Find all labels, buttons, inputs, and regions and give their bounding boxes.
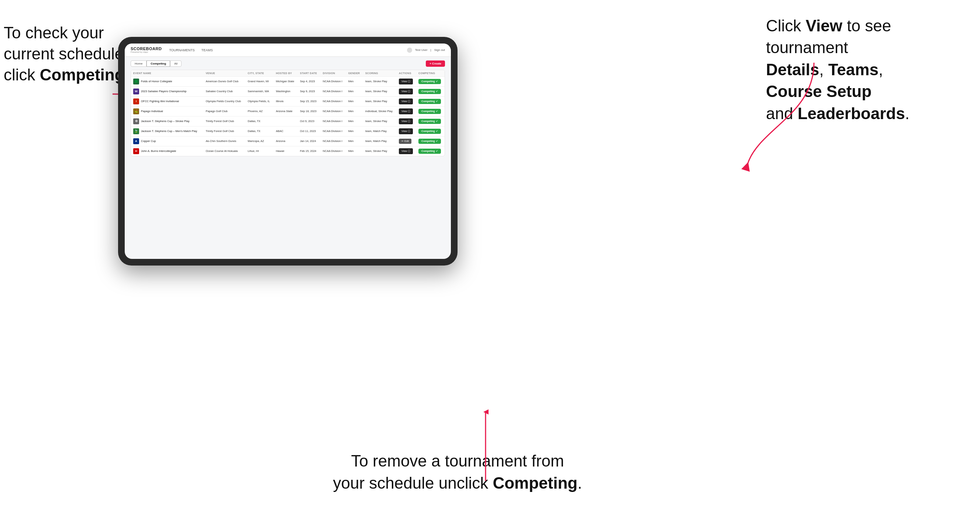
nav-tournaments[interactable]: TOURNAMENTS: [169, 47, 194, 54]
date-cell: Sep 18, 2023: [298, 106, 321, 116]
city-cell: Lihue, HI: [245, 146, 274, 156]
division-cell: NCAA Division I: [321, 97, 346, 106]
user-name: Test User: [415, 48, 428, 52]
col-hosted: HOSTED BY: [274, 70, 298, 77]
col-city: CITY, STATE: [245, 70, 274, 77]
competing-cell[interactable]: Competing ✓: [416, 77, 445, 87]
scoring-cell: team, Stroke Play: [363, 97, 397, 106]
action-cell[interactable]: ✏ Edit: [397, 137, 416, 146]
tablet-screen: SCOREBOARD Powered by clippi TOURNAMENTS…: [125, 43, 451, 259]
table-row: ⛳ Papago Individual Papago Golf ClubPhoe…: [131, 106, 445, 116]
scoring-cell: team, Match Play: [363, 137, 397, 146]
sign-out-link[interactable]: Sign out: [434, 48, 445, 52]
create-button[interactable]: + Create: [426, 60, 445, 67]
table-wrap: EVENT NAME VENUE CITY, STATE HOSTED BY S…: [130, 70, 445, 156]
venue-cell: Trinity Forest Golf Club: [203, 116, 245, 127]
venue-cell: Trinity Forest Golf Club: [203, 127, 245, 137]
competing-cell[interactable]: Competing ✓: [416, 106, 445, 116]
annotation-top-right: Click View to see tournament Details, Te…: [766, 15, 973, 124]
date-cell: Feb 15, 2024: [298, 146, 321, 156]
view-button[interactable]: View ⓘ: [399, 98, 413, 104]
city-cell: Dallas, TX: [245, 127, 274, 137]
competing-cell[interactable]: Competing ✓: [416, 116, 445, 127]
view-button[interactable]: View ⓘ: [399, 89, 413, 94]
city-cell: Olympia Fields, IL: [245, 97, 274, 106]
competing-button[interactable]: Competing ✓: [418, 129, 441, 134]
competing-button[interactable]: Competing ✓: [418, 119, 441, 124]
action-cell[interactable]: View ⓘ: [397, 97, 416, 106]
action-cell[interactable]: View ⓘ: [397, 87, 416, 97]
action-cell[interactable]: View ⓘ: [397, 146, 416, 156]
annotation-bottom: To remove a tournament from your schedul…: [317, 450, 598, 494]
nav-links: TOURNAMENTS TEAMS: [169, 47, 407, 54]
action-cell[interactable]: View ⓘ: [397, 106, 416, 116]
date-cell: Jan 14, 2024: [298, 137, 321, 146]
content: Home Competing All + Create EVENT NAME V…: [125, 57, 451, 259]
competing-button[interactable]: Competing ✓: [418, 139, 441, 144]
division-cell: NCAA Division I: [321, 146, 346, 156]
nav-teams[interactable]: TEAMS: [202, 47, 213, 54]
scoring-cell: team, Match Play: [363, 127, 397, 137]
table-body: 🌲 Folds of Honor Collegiate American Dun…: [131, 77, 445, 156]
col-competing: COMPETING: [416, 70, 445, 77]
competing-button[interactable]: Competing ✓: [418, 149, 441, 154]
competing-button[interactable]: Competing ✓: [418, 99, 441, 104]
action-cell[interactable]: View ⓘ: [397, 77, 416, 87]
event-name-cell: H John A. Burns Intercollegiate: [131, 146, 203, 156]
competing-cell[interactable]: Competing ✓: [416, 127, 445, 137]
tablet: SCOREBOARD Powered by clippi TOURNAMENTS…: [118, 37, 458, 265]
date-cell: Oct 9, 2023: [298, 116, 321, 127]
action-cell[interactable]: View ⓘ: [397, 127, 416, 137]
view-button[interactable]: View ⓘ: [399, 148, 413, 154]
scoring-cell: team, Stroke Play: [363, 116, 397, 127]
table-row: I OFCC Fighting Illini Invitational Olym…: [131, 97, 445, 106]
event-name-cell: ⚙ Jackson T. Stephens Cup – Stroke Play: [131, 116, 203, 127]
view-button[interactable]: View ⓘ: [399, 79, 413, 84]
navbar: SCOREBOARD Powered by clippi TOURNAMENTS…: [125, 43, 451, 57]
gender-cell: Men: [346, 137, 363, 146]
view-button[interactable]: View ⓘ: [399, 129, 413, 134]
division-cell: NCAA Division I: [321, 87, 346, 97]
view-button[interactable]: View ⓘ: [399, 108, 413, 114]
table-row: W 2023 Sahalee Players Championship Saha…: [131, 87, 445, 97]
gender-cell: Men: [346, 77, 363, 87]
gender-cell: Men: [346, 127, 363, 137]
filter-all[interactable]: All: [170, 60, 181, 67]
competing-button[interactable]: Competing ✓: [418, 89, 441, 94]
nav-right: Test User | Sign out: [407, 48, 445, 53]
scoring-cell: team, Stroke Play: [363, 87, 397, 97]
hosted-cell: ABAC: [274, 127, 298, 137]
competing-button[interactable]: Competing ✓: [418, 109, 441, 114]
view-button[interactable]: View ⓘ: [399, 118, 413, 124]
gender-cell: Men: [346, 87, 363, 97]
filter-competing[interactable]: Competing: [146, 60, 170, 67]
competing-cell[interactable]: Competing ✓: [416, 97, 445, 106]
gender-cell: Men: [346, 146, 363, 156]
competing-button[interactable]: Competing ✓: [418, 79, 441, 84]
table-header: EVENT NAME VENUE CITY, STATE HOSTED BY S…: [131, 70, 445, 77]
user-avatar: [407, 48, 412, 53]
venue-cell: Ocean Course At Hokuala: [203, 146, 245, 156]
col-gender: GENDER: [346, 70, 363, 77]
competing-cell[interactable]: Competing ✓: [416, 137, 445, 146]
action-cell[interactable]: View ⓘ: [397, 116, 416, 127]
venue-cell: Ak-Chin Southern Dunes: [203, 137, 245, 146]
hosted-cell: Arizona: [274, 137, 298, 146]
col-start-date: START DATE: [298, 70, 321, 77]
city-cell: Dallas, TX: [245, 116, 274, 127]
gender-cell: Men: [346, 97, 363, 106]
scoring-cell: individual, Stroke Play: [363, 106, 397, 116]
competing-cell[interactable]: Competing ✓: [416, 146, 445, 156]
date-cell: Sep 9, 2023: [298, 87, 321, 97]
city-cell: Sammamish, WA: [245, 87, 274, 97]
event-name-cell: 🍃 Jackson T. Stephens Cup – Men's Match …: [131, 127, 203, 137]
hosted-cell: [274, 116, 298, 127]
division-cell: NCAA Division I: [321, 116, 346, 127]
hosted-cell: Illinois: [274, 97, 298, 106]
edit-button[interactable]: ✏ Edit: [399, 139, 411, 144]
division-cell: NCAA Division I: [321, 106, 346, 116]
filter-home[interactable]: Home: [130, 60, 146, 67]
competing-cell[interactable]: Competing ✓: [416, 87, 445, 97]
venue-cell: Olympia Fields Country Club: [203, 97, 245, 106]
event-name-cell: 🌲 Folds of Honor Collegiate: [131, 77, 203, 87]
